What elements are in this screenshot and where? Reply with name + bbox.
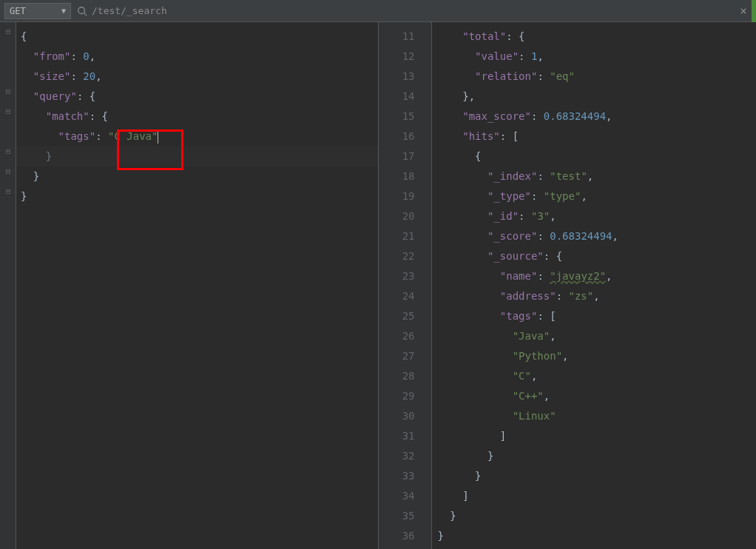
line-number: 25	[379, 306, 415, 326]
code-line: }	[21, 186, 378, 206]
line-number: 12	[379, 47, 415, 67]
code-line: {	[438, 146, 757, 166]
fold-marker[interactable]: ⊟	[4, 146, 12, 156]
line-number: 20	[379, 206, 415, 226]
toolbar: GET ▼ /test/_search ×	[0, 0, 756, 22]
line-number: 33	[379, 466, 415, 486]
code-line: "address": "zs",	[438, 286, 757, 306]
line-number: 34	[379, 486, 415, 506]
code-line: ]	[438, 486, 757, 506]
request-gutter: ⊟⊟⊟⊟⊟⊟	[0, 22, 16, 549]
line-number: 23	[379, 266, 415, 286]
code-line: "C++",	[438, 386, 757, 406]
code-line: "tags": [	[438, 306, 757, 326]
code-line: },	[438, 87, 757, 107]
line-number: 28	[379, 366, 415, 386]
code-line: "total": {	[438, 27, 757, 47]
fold-marker[interactable]: ⊟	[4, 87, 12, 96]
code-line: "match": {	[21, 107, 378, 127]
chevron-down-icon: ▼	[61, 7, 66, 15]
svg-line-1	[84, 13, 87, 16]
response-pane: 1112131415161718192021222324252627282930…	[379, 22, 757, 549]
line-number: 13	[379, 67, 415, 87]
code-line: ]	[438, 426, 757, 446]
fold-marker[interactable]: ⊟	[4, 166, 12, 176]
code-line: "tags": "C Java"	[21, 127, 378, 146]
fold-marker[interactable]: ⊟	[4, 27, 12, 36]
code-line: "_source": {	[438, 246, 757, 266]
code-line: }	[438, 446, 757, 466]
line-number: 35	[379, 506, 415, 526]
line-number: 15	[379, 107, 415, 127]
code-line: }	[438, 466, 757, 486]
code-line: "value": 1,	[438, 47, 757, 67]
line-number: 32	[379, 446, 415, 466]
code-line: "from": 0,	[21, 47, 378, 67]
line-number: 14	[379, 87, 415, 107]
run-button-edge[interactable]	[752, 0, 756, 22]
search-icon	[77, 6, 87, 16]
text-cursor	[158, 130, 158, 144]
request-editor[interactable]: { "from": 0, "size": 20, "query": { "mat…	[0, 22, 378, 206]
line-number: 26	[379, 326, 415, 346]
line-number: 29	[379, 386, 415, 406]
code-line: "name": "javayz2",	[438, 266, 757, 286]
line-number: 22	[379, 246, 415, 266]
line-number: 36	[379, 526, 415, 546]
code-line: "hits": [	[438, 127, 757, 146]
code-line: "max_score": 0.68324494,	[438, 107, 757, 127]
main-split: ⊟⊟⊟⊟⊟⊟ { "from": 0, "size": 20, "query":…	[0, 22, 756, 549]
code-line: "relation": "eq"	[438, 67, 757, 87]
request-pane: ⊟⊟⊟⊟⊟⊟ { "from": 0, "size": 20, "query":…	[0, 22, 379, 549]
code-line: "Python",	[438, 346, 757, 366]
code-line: "query": {	[21, 87, 378, 107]
line-number: 24	[379, 286, 415, 306]
response-gutter: 1112131415161718192021222324252627282930…	[379, 22, 432, 549]
code-line: "C",	[438, 366, 757, 386]
code-line: "_index": "test",	[438, 166, 757, 186]
line-number: 17	[379, 146, 415, 166]
response-editor[interactable]: "total": { "value": 1, "relation": "eq" …	[379, 22, 757, 546]
code-line: }	[21, 166, 378, 186]
line-number: 11	[379, 27, 415, 47]
code-line: "_score": 0.68324494,	[438, 226, 757, 246]
code-line: "_type": "type",	[438, 186, 757, 206]
code-line: {	[21, 27, 378, 47]
code-line: }	[438, 526, 757, 546]
code-line: "Linux"	[438, 406, 757, 426]
close-icon[interactable]: ×	[735, 4, 752, 18]
code-line: "size": 20,	[21, 67, 378, 87]
code-line: "Java",	[438, 326, 757, 346]
url-input[interactable]: /test/_search	[77, 5, 729, 16]
line-number: 18	[379, 166, 415, 186]
line-number: 19	[379, 186, 415, 206]
line-number: 21	[379, 226, 415, 246]
line-number: 16	[379, 127, 415, 146]
fold-marker[interactable]: ⊟	[4, 107, 12, 116]
active-line-highlight	[16, 146, 378, 166]
code-line: }	[438, 506, 757, 526]
http-method-value: GET	[10, 6, 26, 16]
line-number: 27	[379, 346, 415, 366]
line-number: 30	[379, 406, 415, 426]
svg-point-0	[78, 7, 85, 13]
line-number: 31	[379, 426, 415, 446]
url-path: /test/_search	[92, 5, 167, 16]
fold-marker[interactable]: ⊟	[4, 186, 12, 196]
http-method-select[interactable]: GET ▼	[4, 3, 71, 19]
code-line: "_id": "3",	[438, 206, 757, 226]
